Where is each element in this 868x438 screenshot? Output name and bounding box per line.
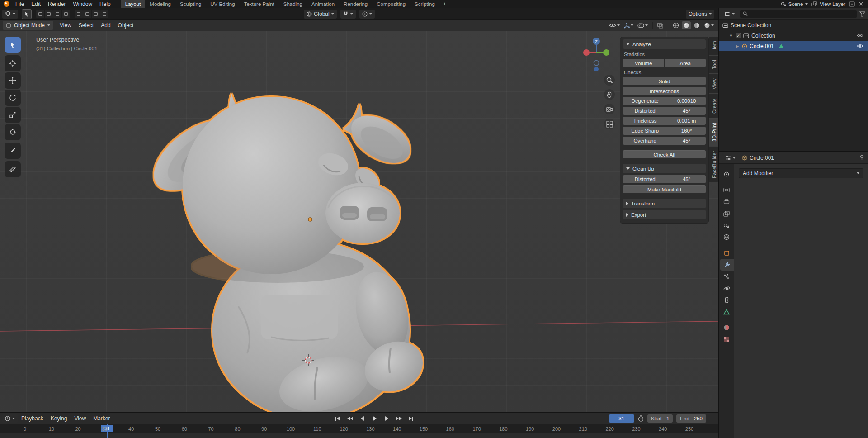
properties-tab-render[interactable] [719, 184, 734, 196]
scale-tool[interactable] [5, 107, 21, 123]
properties-tab-tool[interactable] [719, 168, 734, 180]
check-edge-sharp-button[interactable]: Edge Sharp [623, 127, 667, 135]
timeline-editor-selector[interactable] [2, 414, 18, 423]
pan-button[interactable] [604, 89, 615, 100]
npanel-tab-3d-print[interactable]: 3D-Print [709, 119, 718, 146]
auto-keying-stopwatch-icon[interactable] [638, 415, 644, 422]
topbar-menu-render[interactable]: Render [44, 0, 69, 8]
orthographic-toggle-button[interactable] [604, 119, 615, 129]
workspace-tab-layout[interactable]: Layout [121, 0, 146, 8]
cleanup-panel-header[interactable]: Clean Up [623, 164, 706, 173]
npanel-tab-facebuilder[interactable]: FaceBuilder [709, 147, 718, 182]
workspace-tab-sculpting[interactable]: Sculpting [175, 0, 206, 8]
visibility-dropdown[interactable] [608, 22, 621, 29]
editor-type-selector[interactable] [2, 10, 18, 19]
edge-sharp-angle-field[interactable]: 160° [667, 127, 706, 135]
workspace-tab-scripting[interactable]: Scripting [410, 0, 439, 8]
disclosure-triangle-icon[interactable]: ▼ [729, 33, 733, 38]
outliner-row-collection[interactable]: ▼ ✓ Collection [719, 30, 868, 41]
viewport-menu-add[interactable]: Add [97, 20, 114, 31]
tool-option-icon[interactable] [92, 10, 100, 18]
play-button[interactable] [369, 414, 380, 423]
tool-option-icon[interactable] [45, 10, 53, 18]
properties-tab-material[interactable] [719, 322, 734, 333]
viewport-canvas[interactable]: User Perspective (31) Collection | Circl… [0, 31, 718, 412]
transform-tool[interactable] [5, 124, 21, 140]
cleanup-distorted-button[interactable]: Distorted [623, 175, 667, 183]
shading-rendered-button[interactable] [703, 21, 715, 29]
viewport-menu-select[interactable]: Select [75, 20, 97, 31]
gizmo-y-axis[interactable] [603, 49, 609, 56]
pin-toggle[interactable] [859, 155, 864, 161]
tool-option-icon[interactable] [53, 10, 61, 18]
area-button[interactable]: Area [665, 59, 706, 67]
check-degenerate-button[interactable]: Degenerate [623, 97, 667, 105]
workspace-tab-modeling[interactable]: Modeling [145, 0, 175, 8]
workspace-tab-shading[interactable]: Shading [279, 0, 307, 8]
blender-logo-icon[interactable] [4, 1, 9, 7]
rotate-tool[interactable] [5, 90, 21, 106]
topbar-menu-help[interactable]: Help [96, 0, 114, 8]
outliner-row-scene-collection[interactable]: Scene Collection [719, 20, 868, 30]
thickness-field[interactable]: 0.001 m [667, 117, 706, 125]
proportional-editing-toggle[interactable] [359, 10, 375, 19]
camera-view-button[interactable] [604, 104, 615, 114]
export-panel-header[interactable]: Export [623, 210, 706, 219]
mode-selector[interactable]: Object Mode [3, 21, 53, 30]
analyze-panel-header[interactable]: Analyze [623, 39, 706, 49]
filter-icon[interactable] [859, 11, 865, 17]
gizmo-extra-axis[interactable] [594, 67, 599, 71]
topbar-menu-file[interactable]: File [12, 0, 28, 8]
tool-option-icon[interactable] [83, 10, 91, 18]
gizmos-dropdown[interactable] [623, 22, 635, 29]
npanel-tab-create[interactable]: Create [709, 94, 718, 118]
volume-button[interactable]: Volume [623, 59, 664, 67]
add-modifier-dropdown[interactable]: Add Modifier [739, 168, 863, 178]
outliner-editor-selector[interactable] [722, 10, 737, 19]
workspace-tab-rendering[interactable]: Rendering [339, 0, 372, 8]
end-frame-field[interactable]: End 250 [676, 414, 706, 423]
cleanup-distorted-angle-field[interactable]: 45° [667, 175, 706, 183]
pig-model[interactable] [142, 94, 431, 412]
xray-toggle[interactable] [656, 22, 665, 29]
check-distorted-button[interactable]: Distorted [623, 107, 667, 115]
properties-tab-view-layer[interactable] [719, 208, 734, 219]
disclosure-triangle-icon[interactable]: ▶ [735, 44, 740, 48]
properties-tab-texture[interactable] [719, 333, 734, 345]
workspace-tab-animation[interactable]: Animation [307, 0, 339, 8]
next-frame-button[interactable] [381, 414, 392, 423]
timeline-ruler[interactable]: 31 0102030405060708090100110120130140150… [0, 424, 718, 438]
add-workspace-button[interactable]: + [439, 0, 450, 7]
timeline-menu-view[interactable]: View [71, 413, 90, 424]
tool-option-icon[interactable] [75, 10, 83, 18]
move-tool[interactable] [5, 72, 21, 89]
gizmo-x-axis[interactable] [583, 49, 590, 56]
transform-orientation-selector[interactable]: Global [304, 10, 337, 19]
properties-tab-object[interactable] [719, 247, 734, 259]
shading-solid-button[interactable] [682, 21, 691, 29]
tool-option-icon[interactable] [62, 10, 70, 18]
properties-tab-world[interactable] [719, 231, 734, 243]
jump-to-end-button[interactable] [406, 414, 416, 423]
timeline-menu-marker[interactable]: Marker [90, 413, 113, 424]
npanel-tab-item[interactable]: Item [709, 37, 718, 55]
navigation-gizmo[interactable]: Z [580, 35, 612, 74]
properties-tab-output[interactable] [719, 196, 734, 208]
check-overhang-button[interactable]: Overhang [623, 137, 667, 145]
tool-option-icon[interactable] [36, 10, 44, 18]
outliner-search-input[interactable] [740, 10, 857, 18]
check-thickness-button[interactable]: Thickness [623, 117, 667, 125]
collection-checkbox[interactable]: ✓ [736, 33, 741, 38]
cursor-tool[interactable] [5, 55, 21, 71]
check-all-button[interactable]: Check All [623, 150, 706, 158]
outliner-row-circle-001[interactable]: ▶ Circle.001 [719, 41, 868, 51]
properties-tab-particles[interactable] [719, 271, 734, 282]
viewport-menu-view[interactable]: View [56, 20, 75, 31]
shading-wireframe-button[interactable] [671, 21, 680, 29]
current-frame-field[interactable]: 31 [609, 414, 634, 423]
remove-layer-icon[interactable] [859, 1, 863, 6]
next-keyframe-button[interactable] [393, 414, 404, 423]
npanel-tab-tool[interactable]: Tool [709, 56, 718, 73]
check-solid-button[interactable]: Solid [623, 77, 706, 85]
properties-tab-scene[interactable] [719, 219, 734, 231]
